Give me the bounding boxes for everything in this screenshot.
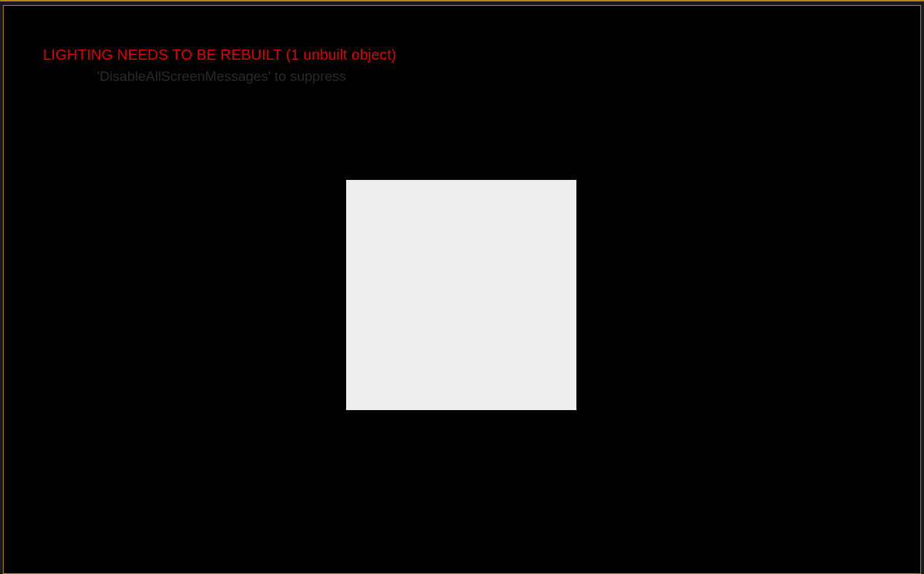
editor-frame: LIGHTING NEEDS TO BE REBUILT (1 unbuilt … — [0, 0, 924, 574]
lighting-rebuild-warning: LIGHTING NEEDS TO BE REBUILT (1 unbuilt … — [43, 47, 396, 63]
level-viewport[interactable]: LIGHTING NEEDS TO BE REBUILT (1 unbuilt … — [4, 6, 920, 573]
suppress-messages-hint: 'DisableAllScreenMessages' to suppress — [97, 68, 346, 84]
viewport-selection-border: LIGHTING NEEDS TO BE REBUILT (1 unbuilt … — [3, 5, 921, 574]
scene-plane-object[interactable] — [346, 180, 576, 410]
